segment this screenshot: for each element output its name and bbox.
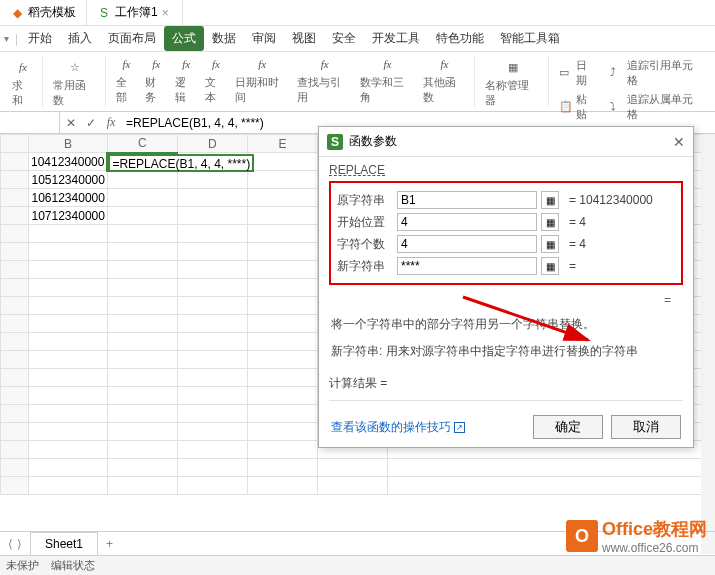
lookup-button[interactable]: fx查找与引用 xyxy=(293,53,356,107)
fx-icon: fx xyxy=(316,55,334,73)
fx-icon: fx xyxy=(147,55,165,73)
row-header[interactable] xyxy=(1,207,29,225)
datetime-button[interactable]: fx日期和时间 xyxy=(231,53,294,107)
doc-tab-label: 稻壳模板 xyxy=(28,4,76,21)
name-box[interactable] xyxy=(0,112,60,133)
param-input-num-chars[interactable] xyxy=(397,235,537,253)
file-menu[interactable]: ▾ xyxy=(4,33,9,44)
watermark-title: Office教程网 xyxy=(602,517,707,541)
row-header[interactable] xyxy=(1,171,29,189)
protection-status: 未保护 xyxy=(6,558,39,573)
editing-cell[interactable]: =REPLACE(B1, 4, 4, ****) xyxy=(107,153,177,171)
range-picker-icon[interactable]: ▦ xyxy=(541,191,559,209)
param-result: = 4 xyxy=(569,237,586,251)
menu-special[interactable]: 特色功能 xyxy=(428,26,492,51)
menu-smart[interactable]: 智能工具箱 xyxy=(492,26,568,51)
text-button[interactable]: fx文本 xyxy=(201,53,231,107)
doc-tab-templates[interactable]: ◆ 稻壳模板 xyxy=(0,0,87,25)
menu-insert[interactable]: 插入 xyxy=(60,26,100,51)
param-label: 原字符串 xyxy=(337,192,393,209)
row-header[interactable] xyxy=(1,153,29,171)
app-icon: S xyxy=(327,134,343,150)
range-picker-icon[interactable]: ▦ xyxy=(541,213,559,231)
cell[interactable] xyxy=(247,153,317,171)
status-bar: 未保护 编辑状态 xyxy=(0,555,715,575)
menu-security[interactable]: 安全 xyxy=(324,26,364,51)
fx-icon: fx xyxy=(435,55,453,73)
close-icon[interactable]: × xyxy=(162,6,172,20)
doc-tab-label: 工作簿1 xyxy=(115,4,158,21)
range-picker-icon[interactable]: ▦ xyxy=(541,257,559,275)
calc-result: 计算结果 = xyxy=(329,375,683,392)
menu-formula[interactable]: 公式 xyxy=(164,26,204,51)
watermark-url: www.office26.com xyxy=(602,541,707,555)
template-icon: ◆ xyxy=(10,6,24,20)
other-fn-button[interactable]: fx其他函数 xyxy=(419,53,471,107)
boxed-button[interactable]: ▭日期 xyxy=(555,56,602,90)
cancel-button[interactable]: 取消 xyxy=(611,415,681,439)
common-fn-button[interactable]: ☆常用函数 xyxy=(49,56,101,110)
cell[interactable]: 10512340000 xyxy=(29,171,108,189)
function-args-dialog: S 函数参数 ✕ REPLACE 原字符串 ▦ = 10412340000 开始… xyxy=(318,126,694,448)
fx-icon: fx xyxy=(378,55,396,73)
param-input-new-text[interactable] xyxy=(397,257,537,275)
edit-mode-status: 编辑状态 xyxy=(51,558,95,573)
vertical-scrollbar[interactable] xyxy=(701,134,715,554)
menu-layout[interactable]: 页面布局 xyxy=(100,26,164,51)
all-fn-button[interactable]: fx全部 xyxy=(112,53,142,107)
fx-icon: fx xyxy=(117,55,135,73)
finance-button[interactable]: fx财务 xyxy=(141,53,171,107)
param-input-old-text[interactable] xyxy=(397,191,537,209)
cell[interactable]: 10712340000 xyxy=(29,207,108,225)
params-box: 原字符串 ▦ = 10412340000 开始位置 ▦ = 4 字符个数 ▦ =… xyxy=(329,181,683,285)
col-header[interactable]: B xyxy=(29,135,108,153)
trace-icon: ⤴ xyxy=(610,66,624,80)
close-icon[interactable]: ✕ xyxy=(673,134,685,150)
param-result: = xyxy=(569,259,576,273)
logic-button[interactable]: fx逻辑 xyxy=(171,53,201,107)
watermark: O Office教程网 www.office26.com xyxy=(566,517,707,555)
box-icon: ▭ xyxy=(559,66,573,80)
param-label: 开始位置 xyxy=(337,214,393,231)
range-picker-icon[interactable]: ▦ xyxy=(541,235,559,253)
menu-home[interactable]: 开始 xyxy=(20,26,60,51)
math-button[interactable]: fx数学和三角 xyxy=(356,53,419,107)
help-link[interactable]: 查看该函数的操作技巧 ↗ xyxy=(331,419,465,436)
cell[interactable]: 10612340000 xyxy=(29,189,108,207)
insert-fn-button[interactable]: fx xyxy=(104,115,118,130)
add-sheet-button[interactable]: + xyxy=(98,533,121,555)
doc-tab-workbook[interactable]: S 工作簿1 × xyxy=(87,0,183,25)
row-header[interactable] xyxy=(1,189,29,207)
param-description: 新字符串: 用来对源字符串中指定字符串进行替换的字符串 xyxy=(329,338,683,365)
menu-review[interactable]: 审阅 xyxy=(244,26,284,51)
external-link-icon: ↗ xyxy=(454,422,465,433)
spreadsheet-icon: S xyxy=(97,6,111,20)
ribbon: fx求和 ☆常用函数 fx全部 fx财务 fx逻辑 fx文本 fx日期和时间 f… xyxy=(0,52,715,112)
cell[interactable]: 10412340000 xyxy=(29,153,108,171)
sheet-nav-prev[interactable]: ⟨ xyxy=(8,537,13,551)
menu-data[interactable]: 数据 xyxy=(204,26,244,51)
col-header[interactable]: E xyxy=(247,135,317,153)
param-result: = 4 xyxy=(569,215,586,229)
col-header[interactable]: D xyxy=(177,135,247,153)
menu-view[interactable]: 视图 xyxy=(284,26,324,51)
star-icon: ☆ xyxy=(66,58,84,76)
dialog-title: 函数参数 xyxy=(349,133,397,150)
ok-button[interactable]: 确定 xyxy=(533,415,603,439)
corner-cell[interactable] xyxy=(1,135,29,153)
sheet-tab[interactable]: Sheet1 xyxy=(30,532,98,555)
menu-dev[interactable]: 开发工具 xyxy=(364,26,428,51)
result-preview: = xyxy=(329,293,683,311)
accept-formula-button[interactable]: ✓ xyxy=(84,116,98,130)
name-manager-button[interactable]: ▦名称管理器 xyxy=(481,56,544,110)
trace-ref-button[interactable]: ⤴追踪引用单元格 xyxy=(606,56,707,90)
param-label: 字符个数 xyxy=(337,236,393,253)
cancel-formula-button[interactable]: ✕ xyxy=(64,116,78,130)
col-header[interactable]: C xyxy=(107,135,177,153)
sheet-nav-next[interactable]: ⟩ xyxy=(17,537,22,551)
name-manager-icon: ▦ xyxy=(504,58,522,76)
fx-icon: fx xyxy=(253,55,271,73)
fx-icon: fx xyxy=(177,55,195,73)
sum-button[interactable]: fx求和 xyxy=(8,56,38,110)
param-input-start[interactable] xyxy=(397,213,537,231)
